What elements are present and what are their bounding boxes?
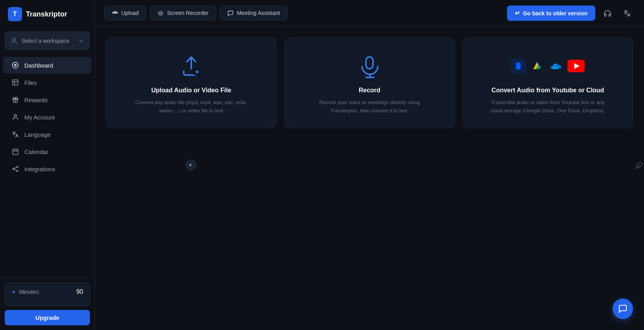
main-content: Upload Screen Recorder Meeting Assist [95, 0, 644, 330]
upload-card-title: Upload Audio or Video File [151, 87, 231, 94]
youtube-icon [567, 60, 585, 72]
sidebar-bottom: ✦ Minutes: 90 Upgrade [0, 277, 95, 330]
collapse-sidebar-button[interactable] [185, 160, 196, 170]
integrations-icon [11, 165, 20, 172]
workspace-label: Select a workspace [22, 38, 69, 44]
svg-line-16 [14, 169, 17, 171]
headphones-button[interactable] [600, 6, 615, 21]
language-icon [11, 131, 20, 138]
sidebar-item-files[interactable]: Files [3, 74, 91, 91]
workspace-icon [11, 37, 18, 45]
workspace-selector[interactable]: Select a workspace [5, 31, 90, 50]
svg-point-12 [13, 169, 14, 170]
onedrive-icon [548, 58, 564, 74]
dashboard-icon [11, 62, 20, 69]
sidebar-item-label: Rewards [24, 97, 48, 103]
record-card-title: Record [359, 87, 380, 94]
topbar: Upload Screen Recorder Meeting Assist [95, 0, 644, 27]
logo-icon: T [8, 7, 22, 21]
sidebar-item-rewards[interactable]: Rewards [3, 92, 91, 108]
nav-items: Dashboard Files Rewards [0, 53, 95, 277]
cards-row: Upload Audio or Video File Convert any a… [106, 38, 633, 128]
svg-point-23 [160, 12, 162, 14]
record-card[interactable]: Record Record your voice or meetings dir… [284, 38, 455, 128]
svg-rect-8 [13, 149, 18, 155]
record-card-desc: Record your voice or meetings directly u… [311, 99, 428, 115]
chevron-down-icon [78, 37, 84, 44]
calendar-icon [11, 148, 20, 155]
upload-card-desc: Convert any audio file (mp3, mp4, wav, a… [132, 99, 250, 115]
go-back-icon: ↵ [515, 9, 520, 17]
minutes-card: ✦ Minutes: 90 [5, 282, 90, 306]
files-icon [11, 79, 20, 86]
sparkle-icon: ✦ [11, 289, 16, 295]
sidebar-item-dashboard[interactable]: Dashboard [3, 57, 91, 73]
sidebar-item-calendar[interactable]: Calendar [3, 143, 91, 160]
screen-recorder-button[interactable]: Screen Recorder [150, 6, 216, 20]
chat-bubble-button[interactable] [613, 299, 633, 319]
svg-rect-26 [366, 57, 373, 69]
logo-area: T Transkriptor [0, 0, 95, 28]
svg-line-15 [14, 167, 17, 169]
sidebar-item-label: Language [24, 131, 51, 138]
svg-point-7 [14, 114, 16, 117]
svg-point-13 [17, 166, 18, 167]
meeting-assistant-icon [227, 10, 234, 16]
upload-button[interactable]: Upload [104, 6, 146, 20]
svg-point-24 [158, 11, 163, 16]
cloud-card[interactable]: Convert Audio from Youtube or Cloud Tran… [463, 38, 633, 128]
sidebar-item-label: My Account [24, 114, 55, 121]
dropbox-icon [510, 58, 526, 74]
svg-rect-22 [112, 13, 117, 13]
sidebar: T Transkriptor Select a workspace [0, 0, 95, 330]
svg-point-14 [17, 170, 18, 172]
sidebar-item-my-account[interactable]: My Account [3, 109, 91, 125]
rewards-icon [11, 96, 20, 103]
minutes-value: 90 [76, 288, 83, 295]
svg-rect-2 [13, 80, 18, 85]
cloud-card-desc: Transcribe audio or video from Youtube l… [489, 99, 607, 115]
account-icon [11, 114, 20, 121]
svg-point-0 [13, 38, 15, 41]
upgrade-button[interactable]: Upgrade [5, 310, 90, 325]
meeting-assistant-button[interactable]: Meeting Assistant [220, 6, 287, 20]
cloud-card-title: Convert Audio from Youtube or Cloud [492, 87, 604, 94]
translate-button[interactable] [620, 6, 635, 21]
sidebar-item-label: Integrations [24, 166, 55, 172]
sidebar-item-integrations[interactable]: Integrations [3, 161, 91, 177]
sidebar-item-label: Calendar [24, 148, 48, 155]
upload-icon [112, 10, 118, 16]
upload-card[interactable]: Upload Audio or Video File Convert any a… [106, 38, 276, 128]
screen-recorder-icon [157, 10, 164, 16]
dashboard-content: Upload Audio or Video File Convert any a… [95, 27, 644, 330]
google-drive-icon [529, 58, 545, 74]
sidebar-item-label: Dashboard [24, 62, 53, 69]
feather-icon [633, 158, 644, 173]
sidebar-item-language[interactable]: Language [3, 126, 91, 143]
go-back-button[interactable]: ↵ Go back to older version [507, 6, 595, 21]
sidebar-item-label: Files [24, 79, 37, 86]
logo-text: Transkriptor [26, 10, 67, 18]
minutes-label: Minutes: [19, 289, 40, 295]
